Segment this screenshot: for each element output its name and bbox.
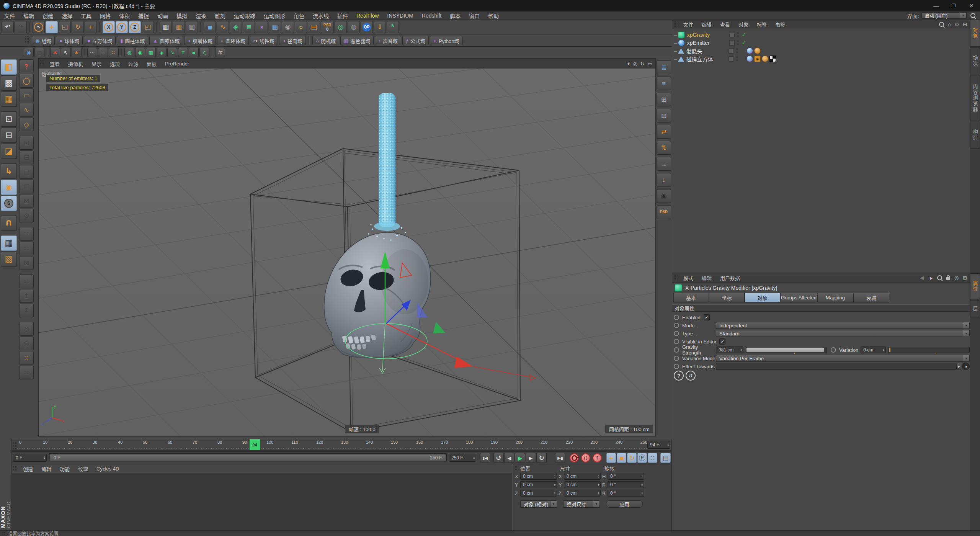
disabled-tool-9[interactable]: ⊠: [19, 256, 34, 270]
spinner-icon[interactable]: [596, 475, 599, 478]
scale-tool-button[interactable]: ◱: [59, 21, 71, 33]
record-keyframe-button[interactable]: [570, 453, 579, 462]
size-z-field[interactable]: 0 cm: [564, 490, 601, 497]
attr-menu-userdata[interactable]: 用户数据: [716, 274, 744, 281]
disabled-tool-3[interactable]: ▢: [19, 165, 34, 179]
xp-curve-button[interactable]: ∿: [167, 48, 177, 57]
viewport-menu-camera[interactable]: 摄像机: [64, 60, 87, 67]
goto-start-button[interactable]: ▮◀: [480, 453, 490, 463]
menu-animate[interactable]: 动画: [153, 12, 172, 20]
spinner-icon[interactable]: [640, 483, 643, 487]
cylinder-field-button[interactable]: ▮圆柱体域: [117, 36, 148, 45]
menu-render[interactable]: 渲染: [191, 12, 211, 20]
menu-insydium[interactable]: INSYDIUM: [383, 13, 417, 19]
menu-simulate[interactable]: 模拟: [172, 12, 191, 20]
disabled-tool-12[interactable]: ↧: [19, 304, 34, 317]
viewport-menu-view[interactable]: 查看: [46, 60, 64, 67]
size-x-field[interactable]: 0 cm: [564, 473, 601, 480]
grid-snap-button[interactable]: ▦: [1, 235, 17, 251]
play-loop-button[interactable]: ↻: [536, 453, 547, 463]
menu-snap[interactable]: 捕捉: [134, 12, 153, 20]
render-picture-viewer-button[interactable]: ▥: [173, 21, 185, 33]
toggle-view-icon[interactable]: ▭: [648, 61, 652, 67]
add-floor-button[interactable]: ▦: [269, 21, 281, 33]
anim-dot[interactable]: [674, 339, 679, 344]
menu-realflow[interactable]: RealFlow: [352, 13, 383, 19]
expand-vertical-button[interactable]: ⇅: [657, 141, 671, 155]
add-sky-button[interactable]: ◍: [348, 21, 360, 33]
tab-groups-affected[interactable]: Groups Affected: [780, 293, 817, 302]
object-row-collision-cube[interactable]: – 碰撞立方体 ◉: [674, 55, 969, 63]
om-menu-file[interactable]: 文件: [679, 21, 697, 28]
om-search-icon[interactable]: [939, 22, 944, 27]
size-y-field[interactable]: 0 cm: [564, 481, 601, 488]
visibility-dots[interactable]: [736, 56, 738, 61]
xp-fx-button[interactable]: fx: [215, 48, 225, 57]
close-button[interactable]: ×: [962, 0, 980, 11]
move-keys-down-button[interactable]: ↓: [657, 173, 671, 187]
anim-dot[interactable]: [674, 347, 679, 353]
tab-basic[interactable]: 基本: [673, 293, 709, 302]
spinner-icon[interactable]: [596, 483, 599, 487]
commander-button[interactable]: ?: [19, 59, 34, 73]
motion-clips-button[interactable]: ≣: [657, 60, 671, 74]
viewport-menu-prorender[interactable]: ProRender: [161, 61, 193, 67]
viewport-menu-panel[interactable]: 面板: [142, 60, 161, 67]
object-properties-section[interactable]: 对象属性: [672, 304, 980, 312]
add-camera-button[interactable]: ◉: [282, 21, 294, 33]
menu-mograph[interactable]: 运动图形: [260, 12, 289, 20]
disabled-tool-1[interactable]: ⊞: [19, 136, 34, 150]
enabled-checkbox[interactable]: ✓: [704, 314, 710, 320]
phong-tag-icon[interactable]: [762, 56, 768, 62]
record-parameter-button[interactable]: Ⓟ: [637, 453, 647, 463]
material-list-empty[interactable]: [12, 473, 512, 530]
spinner-icon[interactable]: [42, 456, 46, 459]
disabled-tool-10[interactable]: ∷: [19, 275, 34, 288]
disabled-tool-5[interactable]: ⊠: [19, 194, 34, 208]
xp-cage-button[interactable]: ◍: [124, 48, 134, 57]
variation-slider[interactable]: [888, 347, 970, 353]
keyframe-selection-button[interactable]: ▤: [660, 453, 671, 463]
visibility-dots[interactable]: [736, 48, 738, 53]
mode-dropdown[interactable]: Independent: [716, 322, 970, 329]
gravity-strength-field[interactable]: 981 cm: [716, 346, 743, 353]
remove-motion-clip-button[interactable]: ⊟: [657, 109, 671, 123]
qr-button[interactable]: QR: [361, 21, 373, 33]
insydium-button[interactable]: *: [387, 21, 399, 33]
anim-dot[interactable]: [674, 356, 679, 361]
size-mode-dropdown[interactable]: 绝对尺寸: [563, 500, 600, 508]
add-environment-button[interactable]: ◎: [335, 21, 347, 33]
history-back-icon[interactable]: ◀: [920, 275, 924, 281]
texture-tag-icon[interactable]: [746, 47, 753, 54]
menu-motion-tracker[interactable]: 运动跟踪: [230, 12, 260, 20]
xparticles-pin-button[interactable]: ⇓: [374, 21, 386, 33]
visibility-dots[interactable]: [737, 32, 739, 37]
random-field-button[interactable]: ∴随机域: [312, 36, 339, 45]
record-point-level-button[interactable]: ∷: [648, 453, 657, 463]
psr-keys-button[interactable]: PSR: [657, 205, 671, 219]
spinner-icon[interactable]: [666, 443, 669, 446]
om-eye-icon[interactable]: ⊙: [955, 21, 959, 27]
redo-button[interactable]: ↷: [15, 21, 27, 33]
rectangle-selection-button[interactable]: ▭: [19, 88, 34, 102]
add-light-button[interactable]: ☼: [295, 21, 307, 33]
type-dropdown[interactable]: Standard: [716, 330, 970, 337]
add-deformer-button[interactable]: ◖: [256, 21, 268, 33]
grid-rotate-button[interactable]: ▧: [1, 252, 17, 267]
menu-sculpt[interactable]: 雕刻: [211, 12, 230, 20]
goto-end-button[interactable]: ▶▮: [555, 453, 565, 463]
layer-toggle[interactable]: [729, 40, 735, 46]
model-mode-button[interactable]: ◧: [1, 59, 17, 75]
workplane-mode-button[interactable]: ▦: [1, 92, 17, 107]
om-menu-tag[interactable]: 标签: [753, 21, 771, 28]
menu-help[interactable]: 帮助: [484, 12, 503, 20]
add-subdivision-button[interactable]: ◈: [230, 21, 242, 33]
disabled-tool-4[interactable]: ▢: [19, 180, 34, 193]
rot-b-field[interactable]: 0 °: [608, 490, 644, 497]
texture-mode-button[interactable]: ▩: [1, 75, 17, 91]
spinner-icon[interactable]: [882, 348, 885, 352]
tweak-mode-button[interactable]: ◉: [1, 180, 17, 195]
restore-button[interactable]: ❐: [945, 0, 962, 11]
variation-mode-dropdown[interactable]: Variation Per-Frame: [716, 355, 970, 362]
xp-group-button[interactable]: ◉: [24, 48, 34, 57]
